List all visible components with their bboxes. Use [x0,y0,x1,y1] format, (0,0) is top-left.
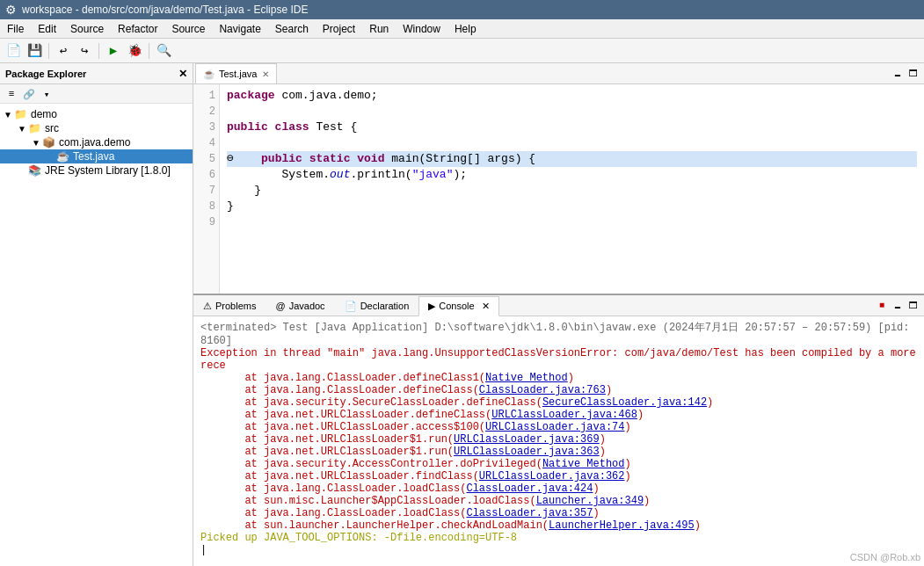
console-tab-close[interactable]: ✕ [482,301,490,312]
code-line-6: System.out.println("java"); [227,167,917,183]
toolbar-new-btn[interactable]: 📄 [4,41,23,61]
tree-node-label: src [45,122,59,134]
sidebar-link-editor-btn[interactable]: 🔗 [21,86,37,102]
tree-item-test.java[interactable]: ☕Test.java [0,149,193,163]
editor-tab-test-java[interactable]: ☕ Test.java ✕ [195,63,277,83]
tree-item-jresystemlibrary[1.8.0][interactable]: 📚JRE System Library [1.8.0] [0,163,193,178]
link-native-method-1[interactable]: Native Method [485,372,568,384]
code-content[interactable]: package com.java.demo; public class Test… [220,84,924,294]
menu-item-source[interactable]: Source [63,21,111,37]
code-line-9 [227,214,917,230]
right-panel: ☕ Test.java ✕ 🗕 🗖 1 2 3 4 5 6 7 [193,63,924,566]
tab-javadoc[interactable]: @ Javadoc [266,295,334,316]
sidebar-title: Package Explorer [5,69,86,79]
toolbar-search-btn[interactable]: 🔍 [154,41,173,61]
link-classloader-357[interactable]: ClassLoader.java:357 [466,507,593,519]
console-error-line-11: at sun.misc.Launcher$AppClassLoader.load… [200,495,917,507]
tree-arrow: ▼ [4,110,14,120]
link-launcher-349[interactable]: Launcher.java:349 [536,495,644,507]
line-numbers: 1 2 3 4 5 6 7 8 9 [193,84,220,294]
tree-arrow: ▼ [32,138,42,148]
bottom-tabs: ⚠ Problems @ Javadoc 📄 Declaration ▶ Con… [193,295,924,316]
bottom-maximize-btn[interactable]: 🗖 [906,299,920,313]
console-stop-btn[interactable]: ■ [875,299,889,313]
bottom-win-controls: ■ 🗕 🗖 [871,299,924,313]
declaration-icon: 📄 [345,301,357,312]
toolbar-debug-btn[interactable]: 🐞 [125,41,144,61]
console-error-line-12: at java.lang.ClassLoader.loadClass(Class… [200,507,917,519]
code-line-4 [227,135,917,151]
console-cursor-line: | [200,544,917,556]
menu-item-edit[interactable]: Edit [31,21,63,37]
bottom-panel: ⚠ Problems @ Javadoc 📄 Declaration ▶ Con… [193,294,924,566]
editor-minimize-btn[interactable]: 🗕 [891,67,905,81]
menu-item-navigate[interactable]: Navigate [212,21,267,37]
console-error-line-9: at java.net.URLClassLoader.findClass(URL… [200,470,917,483]
editor-maximize-btn[interactable]: 🗖 [906,67,920,81]
link-urlclassloader-468[interactable]: URLClassLoader.java:468 [491,409,637,421]
main-layout: Package Explorer ✕ ≡ 🔗 ▾ ▼📁demo▼📁src▼📦co… [0,63,924,566]
console-error-line-6: at java.net.URLClassLoader$1.run(URLClas… [200,433,917,446]
window-title: workspace - demo/src/com/java/demo/Test.… [22,4,308,16]
tree-node-icon: 📁 [14,108,27,120]
problems-icon: ⚠ [203,301,212,312]
tab-declaration[interactable]: 📄 Declaration [335,295,419,316]
console-error-line-1: at java.lang.ClassLoader.defineClass1(Na… [200,372,917,384]
console-error-main: Exception in thread "main" java.lang.Uns… [200,347,917,372]
link-urlclassloader-74[interactable]: URLClassLoader.java:74 [485,421,624,433]
code-editor[interactable]: 1 2 3 4 5 6 7 8 9 package com.java.demo;… [193,84,924,294]
link-launcherhelper-495[interactable]: LauncherHelper.java:495 [549,519,695,532]
toolbar-save-btn[interactable]: 💾 [25,41,44,61]
link-secureclassloader-142[interactable]: SecureClassLoader.java:142 [542,396,707,409]
sidebar-close-btn[interactable]: ✕ [178,68,187,80]
tree-node-label: JRE System Library [1.8.0] [45,164,171,177]
menu-item-file[interactable]: File [0,21,31,37]
link-urlclassloader-369[interactable]: URLClassLoader.java:369 [454,433,600,446]
tree-item-demo[interactable]: ▼📁demo [0,107,193,121]
menu-item-window[interactable]: Window [396,21,447,37]
sidebar-tree[interactable]: ▼📁demo▼📁src▼📦com.java.demo ☕Test.java 📚J… [0,104,193,566]
console-error-line-5: at java.net.URLClassLoader.access$100(UR… [200,421,917,433]
menu-item-run[interactable]: Run [362,21,396,37]
console-error-line-13: at sun.launcher.LauncherHelper.checkAndL… [200,519,917,532]
tree-node-icon: ☕ [56,150,69,163]
sidebar-menu-btn[interactable]: ▾ [39,86,55,102]
tab-problems[interactable]: ⚠ Problems [193,295,266,316]
menu-item-project[interactable]: Project [316,21,362,37]
code-line-5: ⊖ public static void main(String[] args)… [227,151,917,167]
link-urlclassloader-362[interactable]: URLClassLoader.java:362 [479,470,625,483]
tree-item-com.java.demo[interactable]: ▼📦com.java.demo [0,135,193,149]
toolbar: 📄 💾 ↩ ↪ ▶ 🐞 🔍 [0,39,924,63]
console-output: <terminated> Test [Java Application] D:\… [193,316,924,566]
sidebar-collapse-btn[interactable]: ≡ [4,86,19,102]
toolbar-sep-2 [98,43,99,59]
editor-win-controls: 🗕 🗖 [887,67,924,81]
toolbar-run-btn[interactable]: ▶ [104,41,123,61]
tree-node-label: Test.java [73,150,114,163]
toolbar-undo-btn[interactable]: ↩ [54,41,73,61]
editor-area: ☕ Test.java ✕ 🗕 🗖 1 2 3 4 5 6 7 [193,63,924,294]
tab-declaration-label: Declaration [360,301,410,311]
menu-item-refactor[interactable]: Refactor [111,21,164,37]
console-error-line-3: at java.security.SecureClassLoader.defin… [200,396,917,409]
code-line-7: } [227,183,917,199]
link-classloader-424[interactable]: ClassLoader.java:424 [466,483,593,495]
link-urlclassloader-363[interactable]: URLClassLoader.java:363 [454,446,600,458]
code-line-1: package com.java.demo; [227,88,917,104]
console-error-line-2: at java.lang.ClassLoader.defineClass(Cla… [200,384,917,396]
sidebar-toolbar: ≡ 🔗 ▾ [0,84,193,104]
menu-item-source[interactable]: Source [164,21,212,37]
tree-item-src[interactable]: ▼📁src [0,121,193,135]
link-native-method-2[interactable]: Native Method [542,458,625,470]
editor-tab-close-btn[interactable]: ✕ [262,69,269,79]
console-terminated-line: <terminated> Test [Java Application] D:\… [200,320,917,347]
toolbar-redo-btn[interactable]: ↪ [75,41,94,61]
menu-item-search[interactable]: Search [268,21,316,37]
link-classloader-763[interactable]: ClassLoader.java:763 [479,384,606,396]
tab-console[interactable]: ▶ Console ✕ [418,296,498,316]
toolbar-sep-3 [149,43,149,59]
bottom-minimize-btn[interactable]: 🗕 [891,299,905,313]
tree-node-label: demo [31,108,57,120]
tab-console-label: Console [439,301,474,311]
menu-item-help[interactable]: Help [447,21,484,37]
